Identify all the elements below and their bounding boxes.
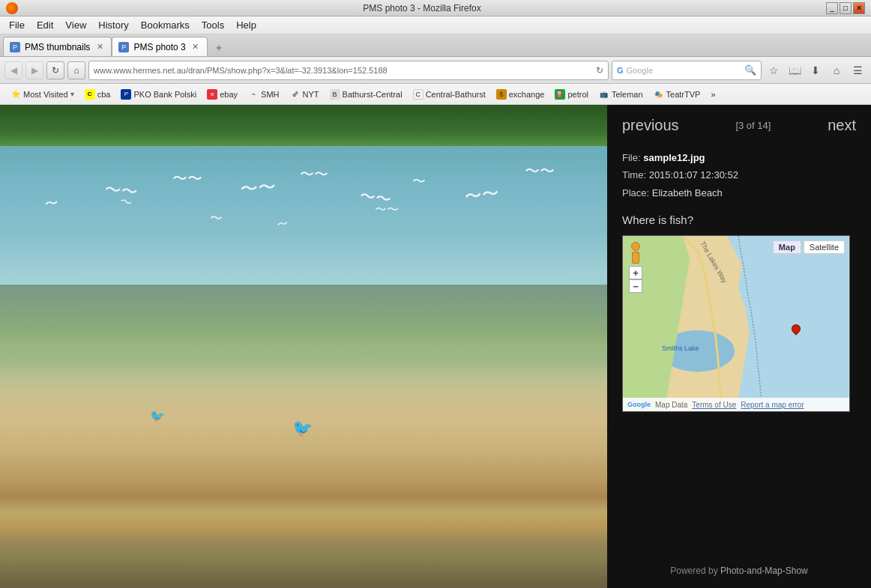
tab-photo3-icon: P (118, 42, 129, 52)
bookmark-central-bathurst-label: Central-Bathurst (426, 90, 486, 99)
place-label: Place: (622, 187, 649, 198)
file-info: File: sample12.jpg Time: 2015:01:07 12:3… (622, 149, 856, 201)
previous-button[interactable]: previous (622, 117, 679, 134)
bookmark-pko-label: PKO Bank Polski (133, 90, 196, 99)
satellite-button[interactable]: Satellite (804, 240, 845, 254)
bookmark-manager-button[interactable]: 📖 (786, 61, 804, 79)
navbar: ◀ ▶ ↻ ⌂ www. www.hermes.net.au/dran/PMS/… (0, 57, 871, 84)
reload-address-icon[interactable]: ↻ (596, 65, 603, 76)
back-button[interactable]: ◀ (4, 61, 22, 79)
petrol-icon: ⛽ (555, 89, 565, 100)
search-bar[interactable]: G Google 🔍 (612, 61, 762, 80)
address-protocol: www. (94, 66, 113, 75)
pko-icon: P (121, 89, 131, 100)
photo-navigation: previous [3 of 14] next (622, 117, 856, 134)
where-title: Where is fish? (622, 213, 856, 226)
address-bar[interactable]: www. www.hermes.net.au/dran/PMS/show.php… (88, 61, 609, 80)
powered-by: Powered by Photo-and-Map-Show (622, 566, 856, 576)
tab-thumbnails[interactable]: P PMS thumbnails ✕ (3, 37, 112, 56)
address-text: www.hermes.net.au/dran/PMS/show.php?x=3&… (113, 66, 387, 75)
bookmark-teleman-label: Teleman (612, 90, 643, 99)
menu-view[interactable]: View (59, 18, 92, 32)
zoom-out-button[interactable]: − (629, 279, 642, 293)
bookmark-central-bathurst[interactable]: C Central-Bathurst (409, 88, 490, 101)
pegman-body (632, 252, 639, 264)
reload-button[interactable]: ↻ (46, 61, 64, 79)
bookmark-teleman[interactable]: 📺 Teleman (594, 88, 648, 101)
search-placeholder: Google (627, 66, 653, 75)
bookmark-exchange[interactable]: $ exchange (492, 88, 549, 101)
close-button[interactable]: ✕ (853, 2, 865, 14)
map-button[interactable]: Map (773, 240, 801, 254)
menubar: File Edit View History Bookmarks Tools H… (0, 16, 871, 34)
menu-history[interactable]: History (92, 18, 134, 32)
maximize-button[interactable]: □ (840, 2, 852, 14)
nyt-icon: 🗞 (290, 89, 301, 100)
report-link[interactable]: Report a map error (741, 401, 804, 409)
search-icon[interactable]: 🔍 (744, 64, 756, 76)
bookmark-teatrtvp-label: TeatrTVP (666, 90, 701, 99)
bookmarks-overflow-label: » (711, 90, 715, 99)
new-tab-button[interactable]: ＋ (211, 40, 227, 56)
firefox-icon (6, 2, 18, 14)
bookmark-cba-label: cba (97, 90, 111, 99)
most-visited-icon: ⭐ (10, 89, 21, 100)
tab-thumbnails-close[interactable]: ✕ (94, 42, 105, 52)
bookmark-bathurst-central[interactable]: B Bathurst-Central (325, 88, 407, 101)
next-button[interactable]: next (828, 117, 856, 134)
map-google-logo: Google (627, 401, 651, 408)
file-value: sample12.jpg (643, 152, 705, 163)
time-label: Time: (622, 169, 646, 181)
pin-head (790, 323, 803, 336)
window-title: PMS photo 3 - Mozilla Firefox (18, 3, 826, 13)
home-nav-button[interactable]: ⌂ (828, 61, 846, 79)
tab-photo3-close[interactable]: ✕ (190, 42, 201, 52)
bookmark-pko[interactable]: P PKO Bank Polski (116, 88, 201, 101)
bookmark-cba[interactable]: C cba (80, 88, 115, 101)
map-container[interactable]: The Lakes Way Smiths Lake Map Satellite … (622, 235, 850, 412)
menu-bookmarks[interactable]: Bookmarks (135, 18, 196, 32)
photo-area: 〜 〜〜 〜〜 〜〜 〜〜 〜〜 〜 〜〜 〜〜 〜 〜 〜 〜〜 🐦 🐦 (0, 105, 607, 588)
bookmark-teatrtvp[interactable]: 🎭 TeatrTVP (649, 88, 705, 101)
pegman-head (631, 242, 640, 251)
search-logo: G (617, 66, 624, 75)
bookmarks-overflow[interactable]: » (706, 88, 720, 100)
bookmarks-bar: ⭐ Most Visited ▾ C cba P PKO Bank Polski… (0, 84, 871, 105)
tab-thumbnails-icon: P (10, 42, 20, 52)
location-pin (792, 324, 801, 336)
powered-by-link[interactable]: Photo-and-Map-Show (720, 566, 808, 576)
download-button[interactable]: ⬇ (807, 61, 825, 79)
minimize-button[interactable]: _ (826, 2, 838, 14)
menu-edit[interactable]: Edit (31, 18, 59, 32)
bookmark-star-button[interactable]: ☆ (765, 61, 783, 79)
bookmark-most-visited[interactable]: ⭐ Most Visited ▾ (6, 88, 79, 101)
map-data-label: Map Data (655, 401, 687, 409)
menu-tools[interactable]: Tools (196, 18, 230, 32)
menu-help[interactable]: Help (230, 18, 262, 32)
bookmark-ebay-label: ebay (220, 90, 238, 99)
bookmark-petrol-label: petrol (567, 90, 588, 99)
bookmark-smh[interactable]: ~ SMH (244, 88, 283, 101)
map-label-smiths-lake: Smiths Lake (662, 345, 699, 352)
bookmark-smh-label: SMH (261, 90, 279, 99)
teatrtvp-icon: 🎭 (654, 89, 664, 100)
place-value: Elizabeth Beach (652, 187, 723, 198)
map-background (623, 236, 849, 411)
menu-file[interactable]: File (3, 18, 31, 32)
forward-button[interactable]: ▶ (25, 61, 43, 79)
bookmark-ebay[interactable]: e ebay (202, 88, 242, 101)
photo-image: 〜 〜〜 〜〜 〜〜 〜〜 〜〜 〜 〜〜 〜〜 〜 〜 〜 〜〜 🐦 🐦 (0, 105, 607, 588)
menu-hamburger-button[interactable]: ☰ (849, 61, 867, 79)
bookmark-nyt-label: NYT (303, 90, 319, 99)
terms-link[interactable]: Terms of Use (692, 401, 736, 409)
bookmark-nyt[interactable]: 🗞 NYT (286, 88, 324, 101)
pegman-icon[interactable] (629, 242, 642, 269)
home-button[interactable]: ⌂ (67, 61, 85, 79)
tab-photo3[interactable]: P PMS photo 3 ✕ (112, 37, 207, 56)
bookmark-exchange-label: exchange (509, 90, 545, 99)
bookmark-petrol[interactable]: ⛽ petrol (550, 88, 593, 101)
zoom-in-button[interactable]: + (629, 266, 642, 279)
smh-icon: ~ (248, 89, 259, 100)
right-panel: previous [3 of 14] next File: sample12.j… (607, 105, 871, 588)
cba-icon: C (85, 89, 95, 100)
